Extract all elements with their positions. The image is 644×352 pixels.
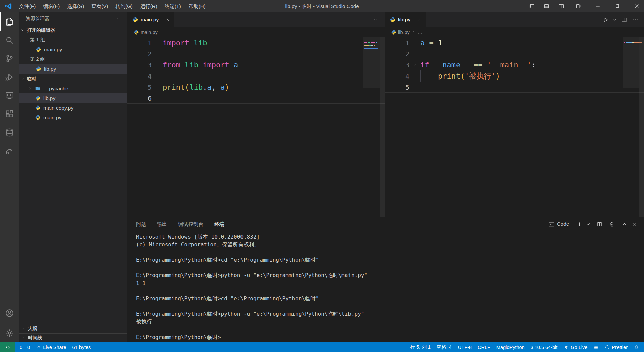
activity-settings-icon[interactable] <box>0 324 19 342</box>
tab-main.py[interactable]: main.py <box>127 12 174 27</box>
status-cursor-position[interactable]: 行 5, 列 1 <box>407 342 433 352</box>
panel-tab-problems[interactable]: 问题 <box>136 221 146 228</box>
terminal-profile-label[interactable]: Code <box>548 221 569 228</box>
activity-account-icon[interactable] <box>0 304 19 322</box>
close-tab-icon[interactable] <box>164 16 171 23</box>
menu-item[interactable]: 帮助(H) <box>185 0 209 12</box>
terminal-dropdown-icon[interactable] <box>585 219 591 229</box>
breadcrumb-item[interactable]: … <box>418 30 423 35</box>
close-panel-icon[interactable] <box>630 219 639 229</box>
activity-explorer-icon[interactable] <box>0 12 19 31</box>
status-python-interpreter[interactable]: 3.10.5 64-bit <box>528 342 561 352</box>
tab-label: lib.py <box>398 17 410 23</box>
menu-item[interactable]: 编辑(E) <box>39 0 63 12</box>
activity-database-icon[interactable] <box>0 123 19 142</box>
activity-remote-explorer-icon[interactable] <box>0 86 19 105</box>
open-editor-item[interactable]: lib.py <box>19 64 127 74</box>
status-file-size[interactable]: 61 bytes <box>69 342 94 352</box>
panel-tab-output[interactable]: 输出 <box>157 221 167 228</box>
toggle-sidebar-icon[interactable] <box>524 0 539 12</box>
terminal-cmd-icon <box>548 221 555 228</box>
code-text: a = 1 <box>420 39 442 47</box>
python-icon <box>390 17 396 23</box>
status-right: 行 5, 列 1空格: 4UTF-8CRLFMagicPython3.10.5 … <box>407 342 644 352</box>
menu-item[interactable]: 查看(V) <box>88 0 112 12</box>
scrollbar-slider[interactable] <box>639 37 644 217</box>
minimap-slider[interactable] <box>363 37 380 88</box>
toggle-secondary-sidebar-icon[interactable] <box>554 0 569 12</box>
activity-extensions-icon[interactable] <box>0 105 19 123</box>
minimize-button[interactable] <box>590 0 605 12</box>
terminal-line <box>136 248 644 256</box>
terminal-line: E:\Programming\Python\临时>python -u "e:\P… <box>136 271 644 279</box>
status-live-share[interactable]: Live Share <box>33 342 69 352</box>
menu-item[interactable]: 选择(S) <box>63 0 88 12</box>
editor-more-actions-icon[interactable] <box>371 15 381 25</box>
activity-run-debug-icon[interactable] <box>0 68 19 86</box>
sidebar-more-actions-icon[interactable] <box>116 16 122 22</box>
editor-scrollbar[interactable] <box>380 37 385 217</box>
panel-tab-debug-console[interactable]: 调试控制台 <box>178 221 203 228</box>
tab-lib.py[interactable]: lib.py <box>385 12 426 27</box>
editor-scrollbar[interactable] <box>639 37 644 217</box>
tree-file-item[interactable]: main.py <box>19 113 127 122</box>
code-editor[interactable]: 1import lib23from lib import a45print(li… <box>127 37 385 217</box>
tree-file-item[interactable]: lib.py <box>19 93 127 103</box>
activity-search-icon[interactable] <box>0 31 19 49</box>
status-language-mode[interactable]: MagicPython <box>493 342 528 352</box>
breadcrumb[interactable]: lib.py… <box>385 27 644 37</box>
fold-indicator[interactable] <box>409 62 420 67</box>
breadcrumb[interactable]: main.py <box>127 27 385 37</box>
folder-section-header[interactable]: 临时 <box>19 74 127 84</box>
run-python-file-icon[interactable] <box>600 15 611 25</box>
split-editor-icon[interactable] <box>619 15 629 25</box>
open-editors-section-header[interactable]: 打开的编辑器 <box>19 25 127 35</box>
code-editor[interactable]: 1a = 123if __name__ == '__main__':4 prin… <box>385 37 644 217</box>
menu-item[interactable]: 转到(G) <box>112 0 137 12</box>
maximize-panel-icon[interactable] <box>620 219 629 229</box>
minimap[interactable] <box>624 37 639 217</box>
sidebar-section-大纲[interactable]: 大纲 <box>19 324 127 333</box>
status-notifications[interactable] <box>631 342 642 352</box>
panel-tab-terminal[interactable]: 终端 <box>214 221 224 228</box>
close-tab-icon[interactable] <box>416 16 423 23</box>
status-encoding[interactable]: UTF-8 <box>455 342 475 352</box>
line-number: 4 <box>127 72 152 80</box>
kill-terminal-icon[interactable] <box>607 219 617 229</box>
status-end-of-line[interactable]: CRLF <box>475 342 493 352</box>
sidebar-section-时间线[interactable]: 时间线 <box>19 333 127 342</box>
activity-live-share-icon[interactable] <box>0 142 19 160</box>
status-go-live[interactable]: Go Live <box>560 342 590 352</box>
remote-indicator[interactable] <box>0 342 15 352</box>
chevron-down-icon <box>19 76 27 81</box>
close-icon[interactable] <box>28 67 36 71</box>
panel-tabs: 问题输出调试控制台终端 <box>136 217 235 231</box>
toggle-panel-icon[interactable] <box>539 0 554 12</box>
split-terminal-icon[interactable] <box>595 219 604 229</box>
sidebar-bottom-sections: 大纲时间线 <box>19 324 127 342</box>
new-terminal-icon[interactable] <box>575 219 584 229</box>
menu-item[interactable]: 运行(R) <box>137 0 161 12</box>
status-indentation[interactable]: 空格: 4 <box>434 342 455 352</box>
line-number: 1 <box>127 39 152 47</box>
editor-more-actions-icon[interactable] <box>630 15 641 25</box>
minimap[interactable] <box>364 37 380 217</box>
menu-item[interactable]: 文件(F) <box>15 0 39 12</box>
tree-folder-item[interactable]: __pycache__ <box>19 84 127 93</box>
close-window-button[interactable] <box>629 0 644 12</box>
activity-source-control-icon[interactable] <box>0 49 19 68</box>
tree-file-item[interactable]: main copy.py <box>19 103 127 113</box>
customize-layout-icon[interactable] <box>571 0 586 12</box>
menu-item[interactable]: 终端(T) <box>161 0 185 12</box>
minimap-slider[interactable] <box>623 37 639 88</box>
status-robot[interactable] <box>590 342 602 352</box>
problems-status[interactable]: 0 0 <box>15 342 33 352</box>
breadcrumb-item[interactable]: main.py <box>141 30 158 35</box>
run-dropdown-icon[interactable] <box>612 15 618 25</box>
restore-button[interactable] <box>610 0 625 12</box>
breadcrumb-item[interactable]: lib.py <box>398 30 410 35</box>
scrollbar-slider[interactable] <box>380 37 385 217</box>
status-prettier[interactable]: Prettier <box>602 342 631 352</box>
open-editor-item[interactable]: main.py <box>19 45 127 54</box>
terminal-output[interactable]: Microsoft Windows [版本 10.0.22000.832](c)… <box>127 231 644 342</box>
